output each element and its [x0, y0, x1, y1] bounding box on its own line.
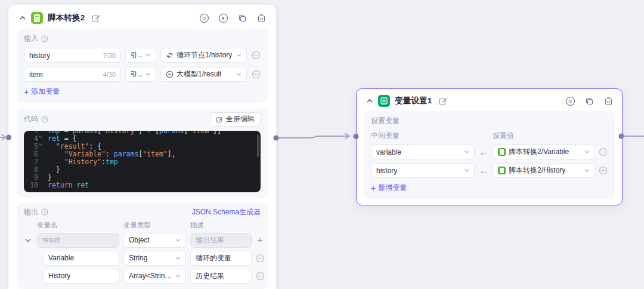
code-line: 8 }	[24, 166, 261, 174]
fold-chevron-icon[interactable]	[38, 143, 45, 150]
variable-name-input[interactable]: item4/30	[24, 67, 121, 82]
svg-text:ID: ID	[202, 16, 206, 20]
reference-value-select[interactable]: 大模型1/result	[160, 67, 247, 82]
intermediate-variable-select[interactable]: history	[371, 163, 475, 178]
char-counter: 7/30	[103, 52, 116, 59]
plus-icon: +	[24, 89, 29, 95]
variable-name-input[interactable]: history7/30	[24, 48, 121, 63]
chevron-down-icon	[464, 168, 469, 173]
node-script-transform[interactable]: 脚本转换2 ID 输入 ?	[8, 5, 276, 289]
node-id-icon[interactable]: ID	[199, 13, 209, 23]
edit-title-icon[interactable]	[91, 14, 100, 23]
collapse-row-icon[interactable]	[24, 238, 32, 242]
intermediate-variable-select[interactable]: variable	[371, 144, 475, 159]
chevron-down-icon	[464, 150, 469, 154]
code-section-label: 代码	[24, 114, 38, 124]
code-editor[interactable]: 3tmp = params["History"] + [params["item…	[24, 131, 261, 192]
remove-field-button[interactable]	[255, 271, 265, 281]
help-icon[interactable]: ?	[41, 35, 48, 42]
node-title: 脚本转换2	[48, 13, 85, 23]
node-header: 变量设置1 ID	[357, 89, 622, 111]
output-type-select[interactable]: String	[123, 251, 186, 266]
variable-node-icon	[378, 95, 390, 107]
set-value-select[interactable]: 脚本转换2/Variable	[493, 144, 595, 159]
chevron-down-icon	[175, 238, 181, 242]
help-icon[interactable]: ?	[41, 116, 48, 123]
remove-field-button[interactable]	[255, 253, 265, 263]
script-node-mini-icon	[498, 167, 506, 174]
remove-row-button[interactable]	[598, 166, 608, 176]
set-variables-section: 设置变量 中间变量 设置值 variable←脚本转换2/Variablehis…	[364, 111, 615, 199]
output-name-value: result	[42, 236, 60, 244]
fullscreen-edit-button[interactable]: 全屏编辑	[210, 112, 261, 127]
variable-value: variable	[376, 148, 401, 156]
loop-icon	[166, 52, 174, 59]
remove-row-button[interactable]	[251, 70, 261, 79]
output-desc-value: 循环的变量	[196, 253, 231, 263]
help-icon[interactable]: ?	[41, 208, 48, 216]
output-section-label: 输出	[24, 207, 38, 217]
remove-row-button[interactable]	[251, 51, 261, 60]
json-schema-generator-link[interactable]: JSON Schema生成器	[192, 207, 261, 217]
delete-node-icon[interactable]	[603, 96, 614, 106]
output-desc-input[interactable]: 循环的变量	[190, 251, 252, 266]
node-title: 变量设置1	[395, 96, 432, 106]
code-scrollbar[interactable]	[257, 134, 259, 157]
left-arrow-icon: ←	[478, 147, 490, 157]
output-section: 输出 ? JSON Schema生成器 变量名 变量类型 描述 resultOb…	[17, 202, 268, 289]
line-number: 9	[24, 174, 38, 182]
remove-row-button[interactable]	[598, 147, 608, 157]
run-node-icon[interactable]	[218, 13, 228, 23]
output-column-headers: 变量名 变量类型 描述	[24, 221, 261, 230]
node-id-icon[interactable]: ID	[565, 96, 575, 106]
input-section-label: 输入	[24, 33, 38, 44]
line-number: 5	[24, 143, 38, 150]
output-name-value: Variable	[48, 254, 74, 262]
chevron-down-icon	[584, 168, 590, 173]
reference-mode-select[interactable]: 引用	[125, 67, 156, 82]
workflow-canvas[interactable]: 脚本转换2 ID 输入 ?	[0, 0, 644, 289]
script-node-icon	[31, 12, 43, 24]
output-name-input[interactable]: Variable	[43, 251, 119, 266]
output-type-select[interactable]: Object	[123, 233, 186, 248]
add-variable-link[interactable]: +添加变量	[24, 87, 60, 97]
reference-value: 循环节点1/history	[177, 50, 232, 60]
output-desc-input[interactable]: 历史结果	[190, 269, 252, 284]
copy-node-icon[interactable]	[584, 96, 595, 106]
svg-text:ID: ID	[568, 99, 572, 103]
reference-mode-select[interactable]: 引用	[125, 48, 156, 63]
add-field-button[interactable]: +	[255, 235, 265, 245]
copy-node-icon[interactable]	[237, 13, 247, 23]
input-section: 输入 ? history7/30引用循环节点1/historyitem4/30引…	[17, 29, 268, 103]
output-name-input[interactable]: History	[43, 269, 119, 284]
fold-chevron-icon[interactable]	[38, 135, 45, 143]
delete-node-icon[interactable]	[256, 13, 267, 23]
output-type-select[interactable]: Array<String>	[123, 269, 186, 284]
mode-value: 引用	[131, 50, 143, 60]
input-row: item4/30引用大模型1/result	[24, 67, 261, 82]
fold-gutter	[38, 131, 45, 135]
edit-title-icon[interactable]	[438, 97, 447, 106]
chevron-down-icon	[236, 53, 242, 57]
output-type-value: String	[129, 254, 147, 262]
input-row: history7/30引用循环节点1/history	[24, 48, 261, 63]
output-row: VariableString循环的变量	[24, 251, 261, 266]
svg-text:?: ?	[44, 116, 46, 122]
set-value-select[interactable]: 脚本转换2/History	[493, 163, 595, 178]
reference-value-select[interactable]: 循环节点1/history	[160, 48, 247, 63]
node-header: 脚本转换2 ID	[8, 5, 276, 29]
mode-value: 引用	[131, 69, 143, 79]
add-variable-link[interactable]: +新增变量	[371, 183, 407, 193]
fold-gutter	[38, 182, 45, 189]
collapse-chevron-icon[interactable]	[366, 98, 373, 104]
fold-gutter	[38, 174, 45, 182]
code-text: return ret	[45, 182, 89, 189]
script-node-mini-icon	[498, 148, 506, 156]
reference-value: 大模型1/result	[177, 69, 221, 79]
line-number: 6	[24, 150, 38, 158]
model-icon	[166, 70, 174, 78]
node-variable-settings[interactable]: 变量设置1 ID 设置变量 中间变量 设置值 variable←脚本转换2/Va…	[356, 88, 623, 205]
collapse-chevron-icon[interactable]	[19, 15, 26, 21]
chevron-down-icon	[175, 274, 181, 278]
output-type-value: Object	[129, 236, 150, 244]
